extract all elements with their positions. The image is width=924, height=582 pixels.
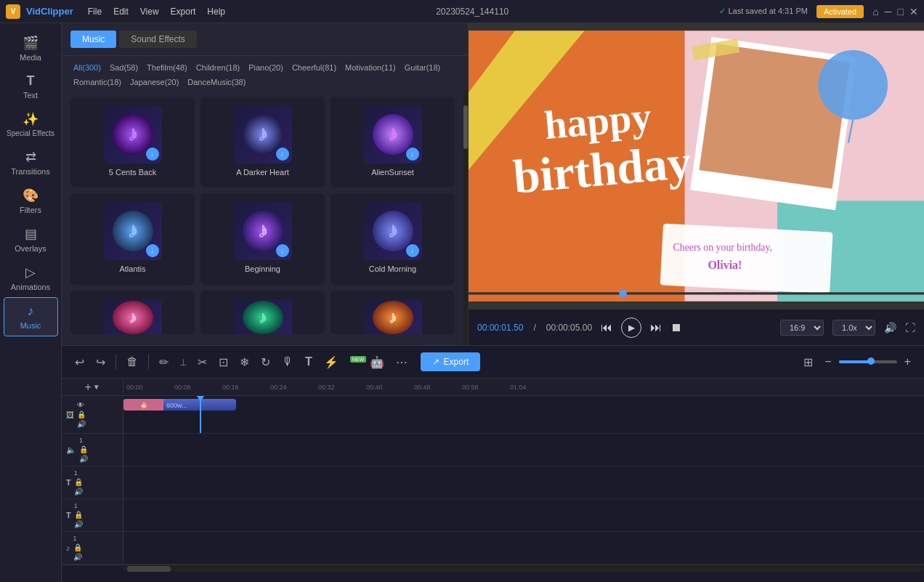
sidebar-item-animations[interactable]: ▷ Animations [4, 259, 58, 297]
menu-help[interactable]: Help [207, 7, 225, 17]
crop-button[interactable]: ⊡ [214, 352, 232, 372]
track-video: 🖼 👁 🔒 🔊 🎂 [62, 396, 924, 434]
undo-button[interactable]: ↩ [70, 352, 89, 372]
filter-japanese[interactable]: Japanese(20) [127, 76, 182, 88]
zoom-slider-track[interactable] [839, 360, 897, 363]
music-card-cold[interactable]: ♪ ↓ Cold Morning [331, 193, 455, 284]
text-tool-button[interactable]: T [301, 352, 317, 371]
filter-dancemusic[interactable]: DanceMusic(38) [185, 76, 248, 88]
redo-button[interactable]: ↪ [92, 352, 110, 372]
track-content-music[interactable] [123, 532, 924, 564]
trim-button[interactable]: ✂ [193, 352, 211, 372]
volume-icon-audio1[interactable]: 🔊 [79, 455, 88, 463]
filter-guitar[interactable]: Guitar(18) [402, 62, 444, 73]
tab-sound-effects[interactable]: Sound Effects [119, 31, 197, 48]
speed-button[interactable]: ⚡ [320, 352, 343, 372]
maximize-icon[interactable]: □ [898, 6, 904, 17]
music-card-beginning[interactable]: ♪ ↓ Beginning [200, 193, 325, 284]
zoom-fit-button[interactable]: ⊞ [799, 352, 817, 372]
sidebar-label-overlays: Overlays [15, 244, 46, 253]
svg-text:♪: ♪ [258, 122, 268, 145]
ratio-select[interactable]: 16:9 [780, 320, 824, 336]
filter-sad[interactable]: Sad(58) [107, 62, 141, 73]
filter-piano[interactable]: Piano(20) [246, 62, 286, 73]
lock-icon-music[interactable]: 🔒 [73, 543, 82, 551]
tab-music[interactable]: Music [70, 31, 116, 48]
freeze-button[interactable]: ❄ [235, 352, 254, 372]
skip-forward-button[interactable]: ⏭ [650, 321, 662, 334]
track-content-text2[interactable] [123, 499, 924, 531]
menu-edit[interactable]: Edit [113, 7, 129, 17]
stop-button[interactable]: ⏹ [670, 321, 682, 334]
filter-children[interactable]: Children(18) [193, 62, 243, 73]
zoom-minus-button[interactable]: − [820, 352, 835, 371]
zoom-plus-button[interactable]: + [900, 352, 915, 371]
filter-all[interactable]: All(300) [70, 62, 104, 73]
delete-button[interactable]: 🗑 [122, 352, 142, 371]
menu-file[interactable]: File [88, 7, 102, 17]
sidebar-item-media[interactable]: 🎬 Media [4, 29, 58, 68]
volume-icon[interactable]: 🔊 [884, 322, 896, 334]
split-button[interactable]: ⟂ [176, 353, 190, 371]
activated-button[interactable]: Activated [816, 5, 864, 18]
sidebar-item-text[interactable]: T Text [4, 68, 58, 105]
minimize-icon[interactable]: ─ [885, 6, 892, 17]
svg-text:♪: ♪ [259, 308, 267, 326]
track-content-video[interactable]: 🎂 600w... [123, 396, 924, 433]
export-button[interactable]: ↗ Export [421, 352, 481, 371]
volume-icon-text2[interactable]: 🔊 [74, 520, 83, 528]
music-card-atlantis[interactable]: ♪ ↓ Atlantis [70, 193, 195, 284]
sidebar-item-filters[interactable]: 🎨 Filters [4, 182, 58, 220]
play-button[interactable]: ▶ [621, 318, 641, 338]
filter-thefilm[interactable]: Thefilm(48) [144, 62, 190, 73]
music-card-more1[interactable]: ♪ [70, 291, 195, 334]
sidebar-item-special-effects[interactable]: ✨ Special Effects [4, 105, 58, 143]
menu-export[interactable]: Export [171, 7, 196, 17]
filter-motivation[interactable]: Motivation(11) [342, 62, 399, 73]
music-thumb-beginning: ♪ ↓ [234, 202, 292, 260]
filter-cheerful[interactable]: Cheerful(81) [289, 62, 339, 73]
timeline-add-btn[interactable]: + ▼ [62, 379, 123, 395]
volume-icon-text1[interactable]: 🔊 [74, 488, 83, 496]
video-clip[interactable]: 🎂 600w... [123, 399, 236, 411]
music-card-more2[interactable]: ♪ [200, 291, 325, 334]
track-label-music: ♪ 1 🔒 🔊 [62, 532, 123, 564]
sidebar-item-overlays[interactable]: ▤ Overlays [4, 220, 58, 259]
lock-icon-text2[interactable]: 🔒 [74, 511, 83, 519]
music-thumb-cold: ♪ ↓ [364, 202, 422, 260]
ruler-mark-5: 00:40 [366, 384, 414, 391]
timeline-scrollbar[interactable] [62, 565, 924, 573]
volume-icon-music[interactable]: 🔊 [73, 553, 82, 561]
music-title-darker: A Darker Heart [236, 168, 289, 177]
more-button[interactable]: ⋯ [392, 352, 412, 372]
lock-icon-video[interactable]: 🔒 [77, 411, 86, 419]
music-card-alien[interactable]: ♪ ↓ AlienSunset [331, 97, 455, 187]
volume-icon-video[interactable]: 🔊 [77, 420, 86, 428]
edit-button[interactable]: ✏ [155, 352, 173, 372]
record-button[interactable]: 🎙 [277, 352, 298, 371]
track-content-text1[interactable] [123, 466, 924, 498]
speed-select[interactable]: 1.0x [832, 320, 875, 336]
sidebar-item-transitions[interactable]: ⇄ Transitions [4, 143, 58, 182]
lock-icon-text1[interactable]: 🔒 [74, 478, 83, 486]
sidebar-label-media: Media [20, 53, 41, 62]
new-badge: NEW [350, 356, 366, 363]
scroll-indicator[interactable] [463, 91, 468, 345]
close-icon[interactable]: ✕ [909, 6, 918, 17]
fullscreen-icon[interactable]: ⛶ [905, 322, 915, 334]
music-card-darker[interactable]: ♪ ↓ A Darker Heart [200, 97, 325, 187]
music-card-more3[interactable]: ♪ [331, 291, 455, 334]
menu-view[interactable]: View [140, 7, 159, 17]
scrollbar-thumb[interactable] [127, 566, 171, 572]
home-icon[interactable]: ⌂ [872, 6, 878, 17]
lock-icon-audio1[interactable]: 🔒 [79, 445, 88, 453]
skip-back-button[interactable]: ⏮ [601, 321, 612, 334]
rotate-button[interactable]: ↻ [256, 352, 275, 372]
music-card-5cents[interactable]: ♪ ↓ 5 Cents Back [70, 97, 195, 187]
sidebar-item-music[interactable]: ♪ Music [4, 297, 58, 336]
eye-icon-video[interactable]: 👁 [77, 401, 86, 409]
filter-romantic[interactable]: Romantic(18) [70, 76, 124, 88]
time-current: 00:00:01.50 [477, 323, 523, 333]
ai-tool-button[interactable]: NEW 🤖 [346, 352, 389, 372]
track-content-audio1[interactable] [123, 434, 924, 466]
